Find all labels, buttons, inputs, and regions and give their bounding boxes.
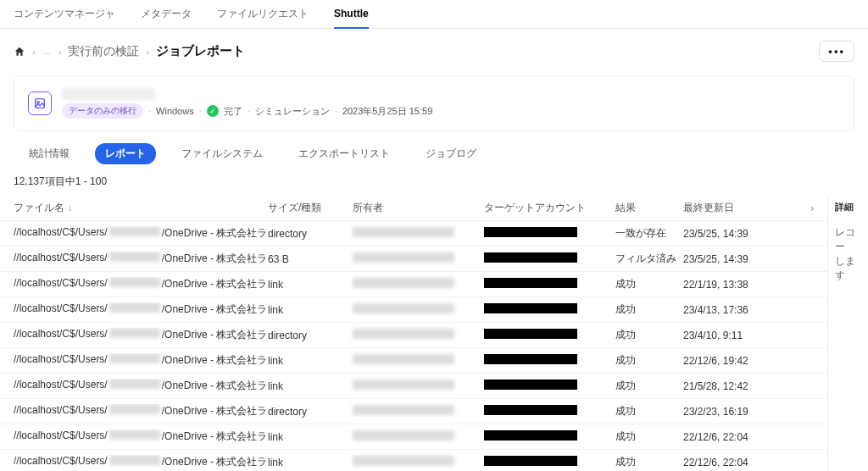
cell-result: 成功 xyxy=(615,277,683,291)
col-size-type[interactable]: サイズ/種類 xyxy=(268,201,353,215)
cell-updated: 21/5/28, 12:42 xyxy=(683,380,793,392)
cell-owner xyxy=(353,278,484,291)
cell-owner xyxy=(353,405,484,418)
cell-filename: //localhost/C$/Users//OneDrive - 株式会社ラック… xyxy=(14,429,268,444)
migration-type-badge: データのみの移行 xyxy=(62,103,143,119)
chevron-right-icon: › xyxy=(58,47,62,57)
tab-filesystem[interactable]: ファイルシステム xyxy=(171,143,273,164)
breadcrumb-current: ジョブレポート xyxy=(156,43,245,59)
table-row[interactable]: //localhost/C$/Users//OneDrive - 株式会社ラック… xyxy=(0,247,827,272)
cell-result: 成功 xyxy=(615,302,683,317)
topnav-shuttle[interactable]: Shuttle xyxy=(334,0,369,29)
cell-updated: 22/12/6, 22:04 xyxy=(683,457,793,468)
check-circle-icon: ✓ xyxy=(207,105,219,117)
cell-size-type: 63 B xyxy=(268,253,353,265)
topnav-file-requests[interactable]: ファイルリクエスト xyxy=(217,0,309,29)
cell-result: 成功 xyxy=(615,455,683,469)
col-owner[interactable]: 所有者 xyxy=(353,201,484,215)
table-row[interactable]: //localhost/C$/Users//OneDrive - 株式会社ラック… xyxy=(0,297,827,323)
topnav-metadata[interactable]: メタデータ xyxy=(141,0,192,29)
status-label: 完了 xyxy=(224,105,242,118)
svg-rect-0 xyxy=(36,99,45,108)
cell-target xyxy=(484,303,615,316)
cell-result: 成功 xyxy=(615,379,683,393)
tab-stats[interactable]: 統計情報 xyxy=(19,143,80,164)
cell-target xyxy=(484,329,615,341)
cell-filename: //localhost/C$/Users//OneDrive - 株式会社ラック xyxy=(14,226,268,241)
cell-size-type: link xyxy=(268,380,353,392)
section-tabs: 統計情報 レポート ファイルシステム エクスポートリスト ジョブログ xyxy=(0,143,868,175)
cell-owner xyxy=(353,252,484,265)
cell-updated: 22/12/6, 19:42 xyxy=(683,355,793,367)
cell-target xyxy=(484,380,615,392)
table-header: ファイル名 ↓ サイズ/種類 所有者 ターゲットアカウント 結果 最終更新日 › xyxy=(0,196,827,221)
platform-label: Windows xyxy=(156,106,194,116)
cell-result: フィルタ済み xyxy=(615,252,683,266)
cell-filename: //localhost/C$/Users//OneDrive - 株式会社ラック… xyxy=(14,302,268,317)
tab-report[interactable]: レポート xyxy=(95,143,156,164)
cell-size-type: link xyxy=(268,279,353,291)
cell-target xyxy=(484,252,615,265)
cell-owner xyxy=(353,430,484,443)
col-filename-label: ファイル名 xyxy=(14,201,64,215)
scroll-right-icon[interactable]: › xyxy=(793,202,814,214)
cell-result: 成功 xyxy=(615,404,683,418)
cell-owner xyxy=(353,303,484,316)
details-panel: 詳細 レコー します xyxy=(827,196,868,471)
cell-updated: 23/5/25, 14:39 xyxy=(683,228,793,240)
cell-target xyxy=(484,227,615,240)
cell-size-type: link xyxy=(268,304,353,316)
cell-result: 成功 xyxy=(615,353,683,368)
svg-point-1 xyxy=(37,101,40,103)
job-title-redacted xyxy=(62,88,155,100)
cell-filename: //localhost/C$/Users//OneDrive - 株式会社ラック… xyxy=(14,353,268,368)
table-row[interactable]: //localhost/C$/Users//OneDrive - 株式会社ラック… xyxy=(0,221,827,247)
more-actions-button[interactable]: ••• xyxy=(819,41,854,62)
cell-updated: 22/12/6, 22:04 xyxy=(683,431,793,443)
home-icon[interactable] xyxy=(14,46,25,58)
cell-updated: 23/4/10, 9:11 xyxy=(683,330,793,341)
table-row[interactable]: //localhost/C$/Users//OneDrive - 株式会社ラック… xyxy=(0,374,827,399)
tab-exportlist[interactable]: エクスポートリスト xyxy=(288,143,400,164)
cell-size-type: link xyxy=(268,431,353,443)
breadcrumb: › … › 実行前の検証 › ジョブレポート ••• xyxy=(0,29,868,69)
cell-filename: //localhost/C$/Users//OneDrive - 株式会社ラック… xyxy=(14,252,268,266)
details-text1: レコー xyxy=(835,225,861,254)
mode-label: シミュレーション xyxy=(255,105,330,118)
tab-joblog[interactable]: ジョブログ xyxy=(415,143,487,164)
topnav-content-manager[interactable]: コンテンツマネージャ xyxy=(14,0,115,29)
cell-size-type: directory xyxy=(268,330,353,341)
cell-owner xyxy=(353,227,484,240)
cell-owner xyxy=(353,456,484,468)
cell-target xyxy=(484,456,615,468)
chevron-right-icon: › xyxy=(32,47,36,57)
breadcrumb-prev[interactable]: 実行前の検証 xyxy=(68,44,139,59)
cell-filename: //localhost/C$/Users//OneDrive - 株式会社ラック… xyxy=(14,455,268,469)
cell-target xyxy=(484,354,615,367)
table-row[interactable]: //localhost/C$/Users//OneDrive - 株式会社ラック… xyxy=(0,399,827,424)
breadcrumb-ellipsis[interactable]: … xyxy=(42,47,52,56)
cell-filename: //localhost/C$/Users//OneDrive - 株式会社ラック… xyxy=(14,328,268,342)
job-summary-card: データのみの移行 · Windows · ✓ 完了 · シミュレーション · 2… xyxy=(14,75,854,131)
cell-updated: 23/4/13, 17:36 xyxy=(683,304,793,316)
chevron-right-icon: › xyxy=(146,47,149,57)
col-result[interactable]: 結果 xyxy=(615,201,683,215)
details-header: 詳細 xyxy=(835,201,861,213)
table-row[interactable]: //localhost/C$/Users//OneDrive - 株式会社ラック… xyxy=(0,272,827,297)
cell-target xyxy=(484,278,615,291)
table-row[interactable]: //localhost/C$/Users//OneDrive - 株式会社ラック… xyxy=(0,348,827,374)
cell-result: 一致が存在 xyxy=(615,226,683,241)
cell-owner xyxy=(353,380,484,392)
cell-size-type: directory xyxy=(268,406,353,418)
result-count: 12,137項目中1 - 100 xyxy=(0,175,868,196)
table-row[interactable]: //localhost/C$/Users//OneDrive - 株式会社ラック… xyxy=(0,424,827,450)
cell-result: 成功 xyxy=(615,328,683,342)
table-row[interactable]: //localhost/C$/Users//OneDrive - 株式会社ラック… xyxy=(0,450,827,471)
col-target[interactable]: ターゲットアカウント xyxy=(484,201,615,215)
table-row[interactable]: //localhost/C$/Users//OneDrive - 株式会社ラック… xyxy=(0,323,827,348)
top-nav: コンテンツマネージャ メタデータ ファイルリクエスト Shuttle xyxy=(0,0,868,29)
col-filename[interactable]: ファイル名 ↓ xyxy=(14,201,268,215)
cell-updated: 23/2/23, 16:19 xyxy=(683,406,793,418)
cell-owner xyxy=(353,354,484,367)
col-updated[interactable]: 最終更新日 xyxy=(683,201,793,215)
